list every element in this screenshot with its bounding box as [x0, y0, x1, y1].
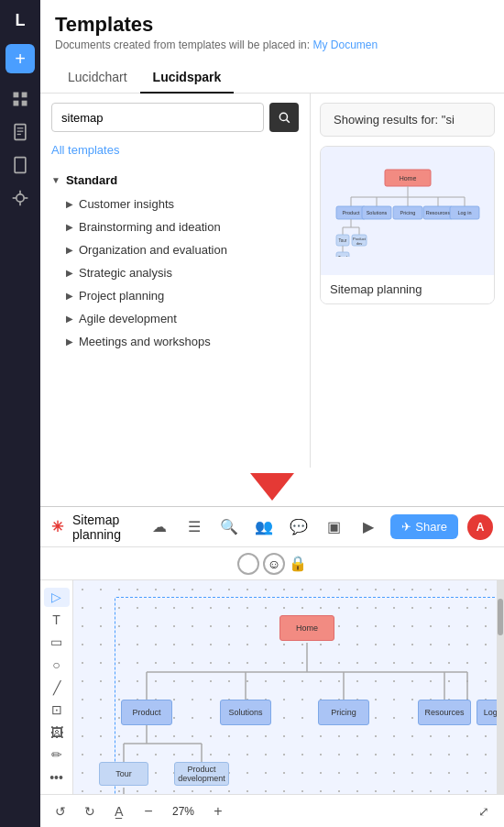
results-banner: Showing results for: "si	[320, 103, 495, 137]
node-login[interactable]: Log in	[477, 700, 497, 725]
templates-header: Templates Documents created from templat…	[40, 0, 504, 55]
svg-rect-8	[15, 158, 26, 173]
category-item-project[interactable]: ▶ Project planning	[40, 284, 310, 307]
category-item-arrow: ▶	[66, 222, 73, 232]
zoom-level: 27%	[167, 805, 200, 818]
sidebar: L +	[0, 0, 40, 827]
svg-point-9	[16, 194, 24, 202]
undo-button[interactable]: ↺	[49, 800, 71, 822]
node-tour[interactable]: Tour	[99, 762, 148, 786]
svg-text:Resources: Resources	[425, 210, 450, 215]
select-tool[interactable]: ▷	[44, 588, 70, 607]
svg-text:dev: dev	[356, 241, 361, 246]
present-icon-button[interactable]: ▣	[321, 514, 346, 540]
category-standard[interactable]: ▼ Standard	[40, 168, 310, 193]
shape-circle-tool[interactable]	[237, 553, 259, 575]
svg-rect-1	[22, 93, 27, 98]
my-documents-link[interactable]: My Documen	[312, 39, 378, 51]
spell-check-button[interactable]: A̲	[108, 800, 130, 822]
category-item-brainstorming[interactable]: ▶ Brainstorming and ideation	[40, 215, 310, 238]
node-solutions[interactable]: Solutions	[220, 700, 271, 725]
svg-rect-3	[22, 101, 27, 106]
draw-tool[interactable]: ✏	[44, 745, 70, 765]
editor-toolbar: ✳ Sitemap planning ☁ ☰ 🔍 👥 💬 ▣ ▶ ✈Share …	[40, 507, 504, 547]
image-tool[interactable]: 🖼	[44, 722, 70, 742]
sidebar-icon-page[interactable]	[5, 117, 35, 147]
node-product[interactable]: Product	[121, 700, 172, 725]
category-item-agile[interactable]: ▶ Agile development	[40, 307, 310, 330]
svg-point-14	[279, 113, 287, 120]
search-bar	[40, 94, 310, 141]
editor-logo: ✳	[51, 518, 63, 535]
circle-tool[interactable]: ○	[44, 656, 70, 675]
category-item-arrow: ▶	[66, 291, 73, 301]
tools-row: ☺ 🔒	[40, 547, 504, 580]
sidebar-logo: L	[7, 7, 33, 33]
svg-text:Home: Home	[399, 175, 416, 182]
line-tool[interactable]: ╱	[44, 678, 70, 697]
page-title: Templates	[55, 13, 489, 37]
redo-button[interactable]: ↻	[79, 800, 101, 822]
template-card-label: Sitemap planning	[321, 275, 494, 303]
video-icon-button[interactable]: ▶	[356, 514, 381, 540]
svg-rect-2	[14, 101, 19, 106]
right-scrollbar[interactable]	[497, 580, 504, 794]
bottom-toolbar: ↺ ↻ A̲ − 27% + ⤢	[40, 794, 504, 827]
lock-tool[interactable]: 🔒	[289, 555, 307, 572]
people-icon-button[interactable]: 👥	[251, 514, 277, 540]
avatar-button[interactable]: A	[467, 514, 493, 540]
svg-text:Product: Product	[342, 210, 359, 215]
fit-to-screen-button[interactable]: ⤢	[473, 800, 495, 822]
search-input[interactable]	[51, 103, 264, 132]
template-card-preview: Home Product	[321, 147, 494, 275]
tab-lucidspark[interactable]: Lucidspark	[140, 62, 235, 94]
left-panel: All templates ▼ Standard ▶ Customer insi…	[40, 94, 311, 468]
tab-bar: Lucidchart Lucidspark	[40, 55, 504, 94]
sidebar-icon-plugin[interactable]	[5, 183, 35, 213]
sidebar-icon-doc[interactable]	[5, 150, 35, 180]
category-item-arrow: ▶	[66, 314, 73, 324]
menu-icon-button[interactable]: ☰	[181, 514, 207, 540]
category-item-meetings[interactable]: ▶ Meetings and workshops	[40, 330, 310, 353]
node-pricing[interactable]: Pricing	[318, 700, 369, 725]
category-item-customer-insights[interactable]: ▶ Customer insights	[40, 193, 310, 215]
main-content: Templates Documents created from templat…	[40, 0, 504, 827]
node-product-dev[interactable]: Product development	[174, 762, 229, 786]
sidebar-icon-grid[interactable]	[5, 84, 35, 114]
category-list: ▼ Standard ▶ Customer insights ▶ Brainst…	[40, 164, 310, 468]
comment-icon-button[interactable]: 💬	[286, 514, 312, 540]
rect-tool[interactable]: ▭	[44, 633, 70, 652]
canvas-area: ▷ T ▭ ○ ╱ ⊡ 🖼 ✏ •••	[40, 580, 504, 794]
templates-section: Templates Documents created from templat…	[40, 0, 504, 468]
category-item-arrow: ▶	[66, 245, 73, 255]
zoom-in-button[interactable]: +	[207, 800, 229, 822]
cloud-icon-button[interactable]: ☁	[147, 514, 172, 540]
svg-text:Log in: Log in	[457, 210, 471, 215]
share-button[interactable]: ✈Share	[390, 514, 458, 539]
text-tool[interactable]: T	[44, 611, 70, 630]
crop-tool[interactable]: ⊡	[44, 700, 70, 720]
category-item-arrow: ▶	[66, 199, 73, 209]
down-arrow-icon	[250, 473, 294, 501]
emoji-tool[interactable]: ☺	[263, 553, 285, 575]
node-resources[interactable]: Resources	[418, 700, 471, 725]
all-templates-label[interactable]: All templates	[40, 141, 310, 164]
svg-text:Tour: Tour	[338, 238, 346, 243]
add-button[interactable]: +	[5, 44, 35, 73]
svg-line-15	[287, 120, 290, 123]
right-panel: Showing results for: "si Home	[311, 94, 504, 468]
search-button[interactable]	[269, 103, 299, 132]
zoom-out-button[interactable]: −	[137, 800, 159, 822]
node-home[interactable]: Home	[279, 615, 334, 641]
category-item-organization[interactable]: ▶ Organization and evaluation	[40, 238, 310, 261]
category-arrow: ▼	[51, 175, 60, 185]
tab-lucidchart[interactable]: Lucidchart	[55, 62, 140, 94]
canvas[interactable]: Home Product Solutions Pricing Resources…	[73, 580, 497, 794]
search-icon-button[interactable]: 🔍	[216, 514, 242, 540]
template-preview-svg: Home Product	[334, 165, 481, 257]
more-tools-button[interactable]: •••	[44, 768, 70, 788]
category-item-strategic[interactable]: ▶ Strategic analysis	[40, 261, 310, 284]
template-card-sitemap[interactable]: Home Product	[320, 146, 495, 304]
scroll-thumb[interactable]	[498, 599, 503, 635]
editor-document-title: Sitemap planning	[72, 513, 137, 542]
